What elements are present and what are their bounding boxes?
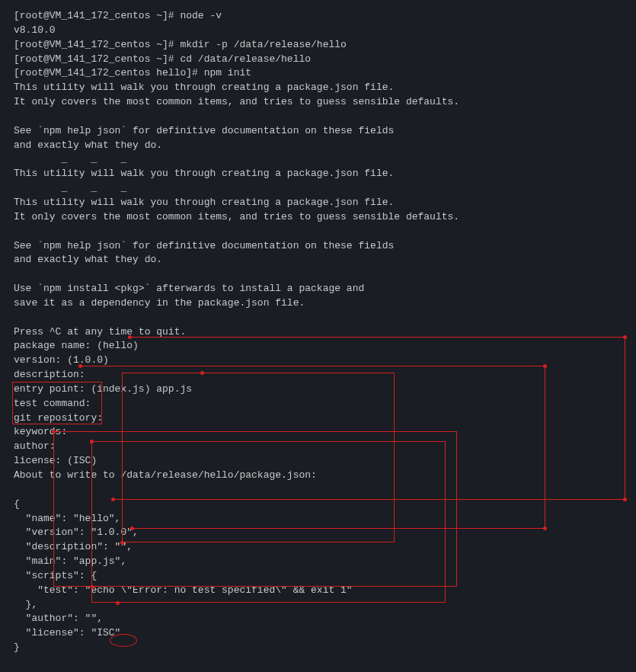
line: This utility will walk you through creat… [14, 196, 622, 210]
line: save it as a dependency in the package.j… [14, 296, 622, 311]
line: "description": "", [14, 540, 622, 555]
line [14, 311, 622, 325]
line: [root@VM_141_172_centos ~]# node -v [14, 9, 622, 24]
line: "license": "ISC" [14, 626, 622, 641]
line: See `npm help json` for definitive docum… [14, 239, 622, 254]
line: version: (1.0.0) [14, 354, 622, 368]
line: [root@VM_141_172_centos hello]# npm init [14, 66, 622, 81]
line: author: [14, 440, 622, 454]
line: git repository: [14, 411, 622, 426]
line: See `npm help json` for definitive docum… [14, 124, 622, 139]
line: keywords: [14, 425, 622, 440]
line: { [14, 498, 622, 512]
line: "version": "1.0.0", [14, 526, 622, 540]
line: and exactly what they do. [14, 139, 622, 153]
line: }, [14, 598, 622, 613]
line: "author": "", [14, 612, 622, 626]
line [14, 655, 622, 670]
line: v8.10.0 [14, 24, 622, 38]
line [14, 110, 622, 124]
line: license: (ISC) [14, 454, 622, 469]
line: It only covers the most common items, an… [14, 95, 622, 110]
line: This utility will walk you through creat… [14, 81, 622, 95]
line: description: [14, 368, 622, 382]
line [14, 483, 622, 498]
annotation-endpoint [623, 335, 627, 339]
line: [root@VM_141_172_centos ~]# mkdir -p /da… [14, 38, 622, 53]
line: "name": "hello", [14, 512, 622, 526]
line: Press ^C at any time to quit. [14, 325, 622, 340]
annotation-endpoint [623, 498, 627, 501]
annotation-line [625, 337, 625, 499]
line: Use `npm install <pkg>` afterwards to in… [14, 282, 622, 296]
line: entry point: (index.js) app.js [14, 382, 622, 397]
line: _ _ _ [14, 152, 622, 167]
line: "test": "echo \"Error: no test specified… [14, 584, 622, 598]
line [14, 225, 622, 239]
line [14, 267, 622, 282]
line: [root@VM_141_172_centos ~]# cd /data/rel… [14, 53, 622, 67]
line: package name: (hello) [14, 339, 622, 354]
line: test command: [14, 397, 622, 411]
line: _ _ _ [14, 181, 622, 196]
line: About to write to /data/release/hello/pa… [14, 469, 622, 483]
line: "main": "app.js", [14, 555, 622, 569]
terminal-output: [root@VM_141_172_centos ~]# node -v v8.1… [14, 9, 622, 672]
line: It only covers the most common items, an… [14, 210, 622, 225]
line: "scripts": { [14, 569, 622, 584]
line: and exactly what they do. [14, 253, 622, 267]
line: } [14, 641, 622, 655]
line: This utility will walk you through creat… [14, 167, 622, 181]
